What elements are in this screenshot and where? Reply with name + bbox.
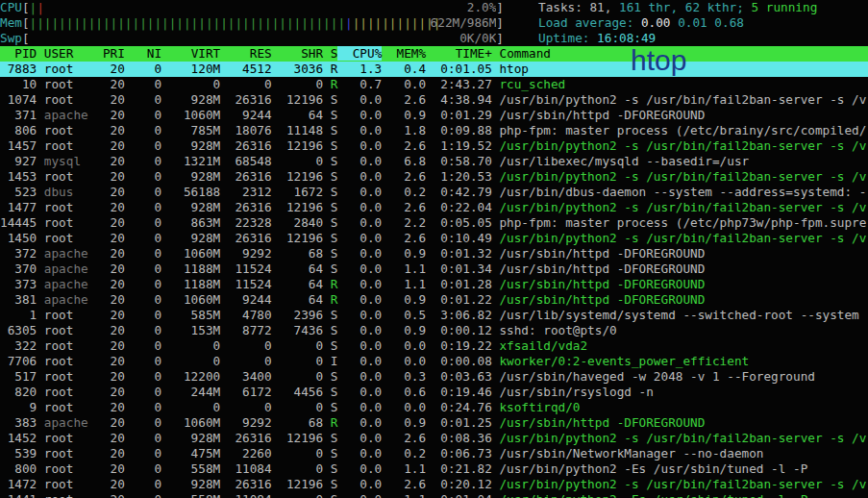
process-row[interactable]: 371 apache 20 0 1060M 9244 64 S 0.0 0.9 … <box>0 108 868 123</box>
column-header-cpu[interactable]: CPU% <box>337 46 382 61</box>
column-header-shr[interactable]: SHR <box>272 46 323 61</box>
process-row[interactable]: 370 apache 20 0 1188M 11524 64 S 0.0 1.1… <box>0 261 868 277</box>
column-header-pri[interactable]: PRI <box>95 46 125 61</box>
process-row[interactable]: 1453 root 20 0 928M 26316 12196 S 0.0 2.… <box>0 169 868 185</box>
process-row[interactable]: 1450 root 20 0 928M 26316 12196 S 0.0 2.… <box>0 231 868 246</box>
cpu-meter-value: 2.0% <box>467 0 497 15</box>
swap-meter-value: 0K/0K <box>459 31 496 46</box>
process-row[interactable]: 383 apache 20 0 1060M 9292 68 R 0.0 0.9 … <box>0 415 868 431</box>
process-row[interactable]: 9 root 20 0 0 0 0 S 0.0 0.0 0:24.76 ksof… <box>0 400 868 415</box>
column-header-command[interactable]: Command <box>492 46 551 61</box>
mem-meter-value: 622M/986M <box>431 15 497 31</box>
process-row[interactable]: 927 mysql 20 0 1321M 68548 0 S 0.0 6.8 0… <box>0 154 868 169</box>
process-table-header: PID USER PRI NI VIRT RES SHR S CPU% MEM%… <box>0 46 868 62</box>
tasks-summary: Tasks: 81, 161 thr, 62 kthr; 5 running <box>538 0 817 15</box>
process-row[interactable]: 800 root 20 0 558M 11084 0 S 0.0 1.1 0:2… <box>0 461 868 477</box>
process-row[interactable]: 10 root 20 0 0 0 0 R 0.7 0.0 2:43.27 rcu… <box>0 77 868 92</box>
process-row[interactable]: 523 dbus 20 0 56188 2312 1672 S 0.0 0.2 … <box>0 185 868 200</box>
cpu-meter-bar: ||2.0% <box>30 0 497 15</box>
cpu-meter: CPU[||2.0%] <box>0 0 504 15</box>
process-row[interactable]: 539 root 20 0 475M 2260 0 S 0.0 0.2 0:06… <box>0 446 868 461</box>
column-header-state[interactable]: S <box>323 46 337 61</box>
process-row[interactable]: 6305 root 20 0 153M 8772 7436 S 0.0 0.9 … <box>0 323 868 338</box>
process-row[interactable]: 1074 root 20 0 928M 26316 12196 S 0.0 2.… <box>0 92 868 108</box>
column-header-pid[interactable]: PID <box>0 46 37 61</box>
process-table-rows: 7883 root 20 0 120M 4512 3036 R 1.3 0.4 … <box>0 62 868 498</box>
process-row[interactable]: 1477 root 20 0 928M 26316 12196 S 0.0 2.… <box>0 200 868 215</box>
process-row[interactable]: 373 apache 20 0 1188M 11524 64 R 0.0 1.1… <box>0 277 868 292</box>
load-average: Load average: 0.00 0.01 0.68 <box>538 15 817 31</box>
column-header-res[interactable]: RES <box>220 46 271 61</box>
process-row[interactable]: 1 root 20 0 585M 4780 2396 S 0.0 0.5 3:0… <box>0 308 868 323</box>
column-header-virt[interactable]: VIRT <box>161 46 220 61</box>
process-row[interactable]: 517 root 20 0 12200 3400 0 S 0.0 0.3 0:0… <box>0 369 868 385</box>
mem-meter: Mem[||||||||||||||||||||||||||||||||||||… <box>0 15 504 31</box>
process-row[interactable]: 372 apache 20 0 1060M 9292 68 S 0.0 0.9 … <box>0 246 868 261</box>
htop-terminal: CPU[||2.0%]Mem[|||||||||||||||||||||||||… <box>0 0 868 498</box>
column-header-user[interactable]: USER <box>37 46 95 61</box>
mem-meter-bar: ||||||||||||||||||||||||||||||||||||||||… <box>30 15 497 31</box>
swap-meter: Swp[0K/0K] <box>0 31 504 46</box>
header-stats: Tasks: 81, 161 thr, 62 kthr; 5 runningLo… <box>538 0 817 46</box>
column-header-time[interactable]: TIME+ <box>426 46 492 61</box>
process-row[interactable]: 820 root 20 0 244M 6172 4456 S 0.0 0.6 0… <box>0 385 868 400</box>
process-row[interactable]: 1472 root 20 0 928M 26316 12196 S 0.0 2.… <box>0 477 868 492</box>
htop-watermark-label: htop <box>631 45 686 76</box>
header-meters: CPU[||2.0%]Mem[|||||||||||||||||||||||||… <box>0 0 504 46</box>
column-header-mem[interactable]: MEM% <box>382 46 426 61</box>
process-row[interactable]: 381 apache 20 0 1060M 9244 64 R 0.0 0.9 … <box>0 292 868 308</box>
process-row[interactable]: 14445 root 20 0 863M 22328 2840 S 0.0 2.… <box>0 215 868 231</box>
process-row[interactable]: 1457 root 20 0 928M 26316 12196 S 0.0 2.… <box>0 138 868 154</box>
process-row[interactable]: 7706 root 20 0 0 0 0 I 0.0 0.0 0:00.08 k… <box>0 354 868 369</box>
process-row[interactable]: 322 root 20 0 0 0 0 S 0.0 0.0 0:19.22 xf… <box>0 338 868 354</box>
process-row[interactable]: 1452 root 20 0 928M 26316 12196 S 0.0 2.… <box>0 431 868 446</box>
process-row[interactable]: 1441 root 20 0 558M 11084 0 S 0.0 1.1 0:… <box>0 492 868 498</box>
process-row[interactable]: 806 root 20 0 785M 18076 11148 S 0.0 1.8… <box>0 123 868 138</box>
process-row[interactable]: 7883 root 20 0 120M 4512 3036 R 1.3 0.4 … <box>0 62 868 77</box>
column-header-ni[interactable]: NI <box>125 46 161 61</box>
swap-meter-bar: 0K/0K <box>30 31 497 46</box>
